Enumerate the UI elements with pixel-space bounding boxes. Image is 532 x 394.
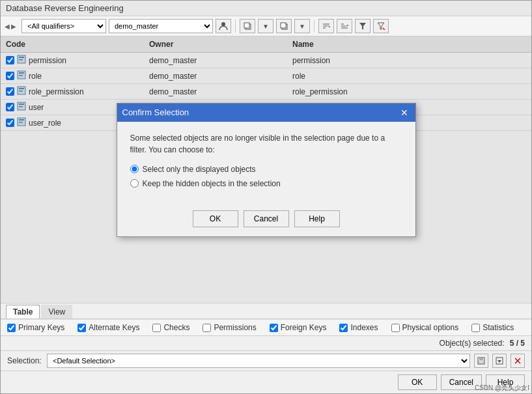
checkbox-checks[interactable] [152, 324, 161, 332]
svg-line-13 [383, 28, 385, 30]
radio-option-select-displayed[interactable]: Select only the displayed objects [130, 165, 402, 174]
copy-icon-1 [244, 22, 251, 30]
radio-label-select-displayed: Select only the displayed objects [143, 165, 256, 174]
user-icon [219, 21, 228, 31]
save-icon [477, 357, 485, 365]
modal-close-button[interactable]: ✕ [399, 107, 410, 119]
sort-icon-2 [341, 22, 348, 30]
dropdown-arrow-2[interactable]: ▼ [294, 19, 310, 33]
option-indexes[interactable]: Indexes [339, 323, 378, 332]
main-window: Database Reverse Engineering ◀ ▶ <All qu… [0, 0, 532, 394]
option-physical-options[interactable]: Physical options [391, 323, 459, 332]
content-area: Code Owner Name permission [1, 36, 531, 303]
copy-btn-2[interactable] [276, 19, 292, 33]
label-checks: Checks [163, 323, 189, 332]
label-physical-options: Physical options [402, 323, 459, 332]
option-primary-keys[interactable]: Primary Keys [7, 323, 64, 332]
radio-option-keep-hidden[interactable]: Keep the hidden objects in the selection [130, 179, 402, 188]
svg-rect-31 [479, 361, 484, 363]
filter-icon-2 [377, 22, 385, 30]
window-title: Database Reverse Engineering [6, 3, 124, 13]
nav-arrows: ◀ ▶ [5, 23, 16, 30]
modal-help-button[interactable]: Help [294, 210, 340, 227]
selection-bar: Selection: <Default Selection> [1, 350, 531, 371]
tabs-bar: Table View [1, 303, 531, 319]
copy-icon-2 [280, 22, 288, 30]
label-foreign-keys: Foreign Keys [281, 323, 327, 332]
radio-input-select-displayed[interactable] [130, 165, 139, 173]
svg-rect-2 [244, 23, 249, 28]
load-icon [496, 357, 503, 365]
toolbar: ◀ ▶ <All qualifiers> demo_master ▼ [1, 16, 531, 36]
modal-buttons: OK Cancel Help [117, 204, 415, 236]
cancel-button[interactable]: Cancel [441, 374, 482, 390]
selection-label: Selection: [7, 356, 43, 365]
objects-selected-label: Object(s) selected: [440, 339, 505, 348]
modal-message: Some selected objects are no longer visi… [130, 132, 402, 156]
sort-btn-2[interactable] [337, 19, 352, 33]
modal-ok-button[interactable]: OK [193, 210, 238, 227]
filter-btn-2[interactable] [373, 19, 389, 33]
selection-dropdown[interactable]: <Default Selection> [47, 354, 470, 368]
modal-overlay: Confirm Selection ✕ Some selected object… [1, 36, 531, 303]
title-bar: Database Reverse Engineering [1, 1, 531, 16]
checkbox-foreign-keys[interactable] [270, 324, 278, 332]
filter-icon-1 [359, 22, 367, 30]
tab-view[interactable]: View [41, 305, 72, 318]
confirm-selection-dialog: Confirm Selection ✕ Some selected object… [117, 103, 416, 237]
filter-btn-1[interactable] [355, 19, 371, 33]
label-alternate-keys: Alternate Keys [89, 323, 139, 332]
option-statistics[interactable]: Statistics [471, 323, 514, 332]
option-checks[interactable]: Checks [152, 323, 189, 332]
dropdown-arrow-1[interactable]: ▼ [258, 19, 273, 33]
option-alternate-keys[interactable]: Alternate Keys [77, 323, 139, 332]
option-foreign-keys[interactable]: Foreign Keys [270, 323, 327, 332]
sort-btn-1[interactable] [318, 19, 334, 33]
selection-delete-btn[interactable] [511, 354, 525, 368]
checkbox-alternate-keys[interactable] [77, 324, 86, 332]
modal-content: Some selected objects are no longer visi… [117, 122, 415, 204]
nav-left-icon[interactable]: ◀ [5, 23, 10, 30]
label-statistics: Statistics [483, 323, 514, 332]
copy-btn-1[interactable] [240, 19, 255, 33]
label-primary-keys: Primary Keys [18, 323, 64, 332]
separator-1 [235, 20, 236, 33]
option-permissions[interactable]: Permissions [203, 323, 256, 332]
checkbox-indexes[interactable] [339, 324, 348, 332]
label-permissions: Permissions [214, 323, 256, 332]
modal-cancel-button[interactable]: Cancel [244, 210, 289, 227]
objects-selected-value: 5 / 5 [510, 339, 525, 348]
modal-title-bar: Confirm Selection ✕ [117, 104, 415, 122]
sort-icon-1 [322, 22, 330, 30]
ok-button[interactable]: OK [398, 374, 437, 390]
selection-save-btn[interactable] [474, 354, 488, 368]
tab-table[interactable]: Table [6, 305, 40, 318]
separator-2 [314, 20, 315, 33]
qualifiers-dropdown[interactable]: <All qualifiers> [21, 19, 106, 33]
user-icon-btn[interactable] [216, 19, 231, 33]
checkbox-statistics[interactable] [471, 324, 480, 332]
svg-point-0 [221, 22, 225, 26]
checkbox-permissions[interactable] [203, 324, 211, 332]
action-bar: OK Cancel Help [1, 371, 531, 393]
svg-marker-11 [359, 23, 366, 29]
selection-load-btn[interactable] [492, 354, 507, 368]
svg-rect-4 [281, 23, 286, 28]
svg-rect-30 [479, 358, 483, 360]
schema-dropdown[interactable]: demo_master [109, 19, 213, 33]
label-indexes: Indexes [350, 323, 378, 332]
radio-input-keep-hidden[interactable] [130, 179, 139, 188]
modal-title: Confirm Selection [122, 107, 189, 117]
radio-label-keep-hidden: Keep the hidden objects in the selection [143, 179, 281, 188]
delete-icon [514, 357, 522, 365]
svg-marker-33 [497, 360, 501, 363]
checkbox-physical-options[interactable] [391, 324, 400, 332]
help-button[interactable]: Help [486, 374, 525, 390]
nav-right-icon[interactable]: ▶ [11, 23, 16, 30]
checkbox-primary-keys[interactable] [7, 324, 16, 332]
footer-objects-selected: Object(s) selected: 5 / 5 [1, 335, 531, 350]
options-bar: Primary Keys Alternate Keys Checks Permi… [1, 319, 531, 335]
